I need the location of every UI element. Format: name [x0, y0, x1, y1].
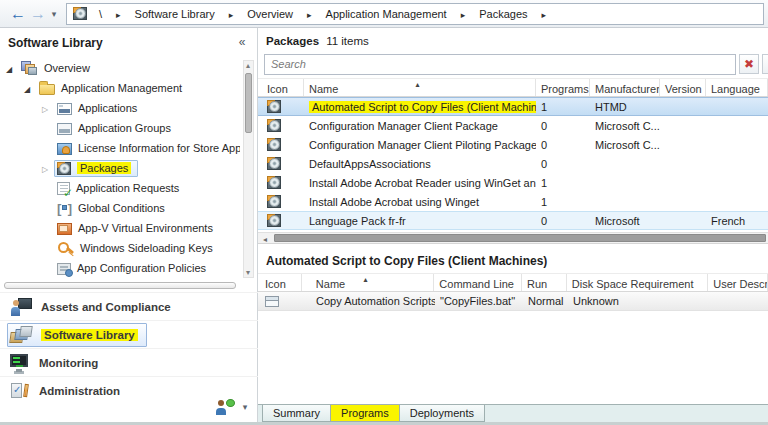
- chevron-right-icon: [217, 8, 246, 20]
- program-row[interactable]: Copy Automation Scripts "CopyFiles.bat" …: [258, 292, 768, 311]
- table-row[interactable]: Language Pack fr-fr 0 Microsoft French: [258, 211, 768, 230]
- expander-icon[interactable]: [6, 62, 18, 74]
- column-header-run[interactable]: Run: [522, 274, 567, 291]
- appv-icon: [57, 223, 72, 235]
- application-requests-icon: ✓: [57, 182, 70, 195]
- package-icon: [267, 119, 281, 132]
- folder-icon: [39, 84, 55, 95]
- package-icon: [57, 162, 71, 175]
- page-title: Packages: [266, 35, 319, 47]
- table-row[interactable]: Automated Script to Copy Files (Client M…: [258, 97, 768, 116]
- package-icon: [267, 176, 281, 189]
- tab-programs[interactable]: Programs: [330, 405, 400, 422]
- tree-item-applications[interactable]: Applications: [0, 98, 240, 118]
- global-conditions-icon: [57, 202, 72, 215]
- column-header-icon[interactable]: Icon: [258, 274, 302, 291]
- detail-tabs: Summary Programs Deployments: [258, 404, 768, 425]
- table-row[interactable]: Install Adobe Acrobat Reader using WinGe…: [258, 173, 768, 192]
- tree-vertical-scrollbar[interactable]: [243, 60, 254, 278]
- table-row[interactable]: Configuration Manager Client Package 0 M…: [258, 116, 768, 135]
- package-icon: [267, 138, 281, 151]
- column-header-name[interactable]: Name: [302, 274, 434, 291]
- expander-icon[interactable]: [24, 82, 36, 94]
- scrollbar-thumb[interactable]: [274, 234, 766, 242]
- tree-item-appv-virtual-environments[interactable]: App-V Virtual Environments: [0, 218, 240, 238]
- package-icon: [73, 7, 87, 20]
- assets-and-compliance-icon: [10, 298, 32, 316]
- navigation-tree: Overview Application Management Applicat…: [0, 58, 240, 280]
- results-pane: Packages 11 items Icon Name Programs Man…: [258, 28, 768, 425]
- configuration-manager-console: \ Software Library Overview Application …: [0, 0, 768, 425]
- application-groups-icon: [57, 123, 72, 135]
- breadcrumb-software-library[interactable]: Software Library: [133, 6, 217, 22]
- breadcrumb[interactable]: \ Software Library Overview Application …: [66, 3, 764, 25]
- scrollbar-thumb[interactable]: [245, 73, 252, 133]
- history-dropdown-button[interactable]: [48, 4, 60, 24]
- clear-search-button[interactable]: [739, 54, 759, 74]
- navigation-pane-title: Software Library: [8, 36, 103, 50]
- chevron-right-icon: [295, 8, 324, 20]
- column-header-language[interactable]: Language: [706, 79, 768, 96]
- chevron-right-icon: [104, 8, 133, 20]
- detail-pane-title: Automated Script to Copy Files (Client M…: [258, 244, 768, 273]
- column-header-icon[interactable]: Icon: [258, 79, 304, 96]
- tree-item-windows-sideloading-keys[interactable]: Windows Sideloading Keys: [0, 238, 240, 258]
- list-header: Packages 11 items: [258, 28, 768, 50]
- workspace-software-library[interactable]: Software Library: [0, 320, 258, 348]
- package-icon: [267, 100, 281, 113]
- sort-ascending-icon: [364, 274, 368, 284]
- table-row[interactable]: Install Adobe Acrobat using Winget 1: [258, 192, 768, 211]
- expander-icon[interactable]: [42, 102, 54, 114]
- workspace-monitoring[interactable]: Monitoring: [0, 348, 258, 376]
- applications-icon: [57, 103, 72, 115]
- column-header-version[interactable]: Version: [660, 79, 706, 96]
- column-header-name[interactable]: Name: [304, 79, 536, 96]
- breadcrumb-packages[interactable]: Packages: [477, 6, 529, 22]
- list-horizontal-scrollbar[interactable]: [258, 232, 768, 244]
- tree-item-license-information[interactable]: License Information for Store Apps: [0, 138, 240, 158]
- forward-button[interactable]: [28, 4, 48, 24]
- search-input[interactable]: [264, 54, 736, 75]
- breadcrumb-overview[interactable]: Overview: [245, 6, 295, 22]
- overview-icon: [21, 60, 38, 76]
- table-row[interactable]: DefaultAppsAssociations 0: [258, 154, 768, 173]
- table-row[interactable]: Configuration Manager Client Piloting Pa…: [258, 135, 768, 154]
- search-bar: [264, 53, 768, 75]
- tree-item-app-configuration-policies[interactable]: App Configuration Policies: [0, 258, 240, 278]
- tree-item-application-management[interactable]: Application Management: [0, 78, 240, 98]
- search-button-partial[interactable]: [762, 54, 768, 74]
- tree-item-application-groups[interactable]: Application Groups: [0, 118, 240, 138]
- column-header-user-description[interactable]: User Description: [708, 274, 768, 291]
- scroll-left-icon[interactable]: [258, 232, 272, 244]
- breadcrumb-root[interactable]: \: [91, 6, 104, 22]
- column-header-disk-space[interactable]: Disk Space Requirement: [567, 274, 708, 291]
- license-information-icon: [57, 143, 72, 155]
- chevron-right-icon: [530, 8, 559, 20]
- tab-summary[interactable]: Summary: [262, 405, 331, 422]
- workspace-assets-and-compliance[interactable]: Assets and Compliance: [0, 292, 258, 320]
- workspace-menu-dropdown[interactable]: [239, 397, 251, 417]
- column-header-command-line[interactable]: Command Line: [434, 274, 522, 291]
- expander-icon[interactable]: [42, 162, 54, 174]
- tab-deployments[interactable]: Deployments: [399, 405, 485, 422]
- workspace-menu: [215, 397, 251, 417]
- breadcrumb-application-management[interactable]: Application Management: [324, 6, 449, 22]
- tree-item-application-requests[interactable]: ✓ Application Requests: [0, 178, 240, 198]
- column-header-programs[interactable]: Programs: [536, 79, 590, 96]
- tree-item-packages[interactable]: Packages: [0, 158, 240, 178]
- package-icon: [267, 157, 281, 170]
- breadcrumb-bar: \ Software Library Overview Application …: [0, 0, 768, 28]
- back-arrow-icon: [10, 5, 26, 23]
- chevron-right-icon: [449, 8, 478, 20]
- tree-item-global-conditions[interactable]: Global Conditions: [0, 198, 240, 218]
- feedback-person-icon[interactable]: [215, 399, 235, 415]
- package-icon: [267, 214, 281, 227]
- back-button[interactable]: [8, 4, 28, 24]
- tree-item-overview[interactable]: Overview: [0, 58, 240, 78]
- collapse-pane-button[interactable]: [235, 35, 249, 49]
- key-icon: [57, 241, 74, 256]
- tree-horizontal-scrollbar[interactable]: [4, 282, 236, 289]
- close-icon: [744, 57, 754, 71]
- selected-tree-item[interactable]: Packages: [54, 160, 138, 177]
- column-header-manufacturer[interactable]: Manufacturer: [590, 79, 660, 96]
